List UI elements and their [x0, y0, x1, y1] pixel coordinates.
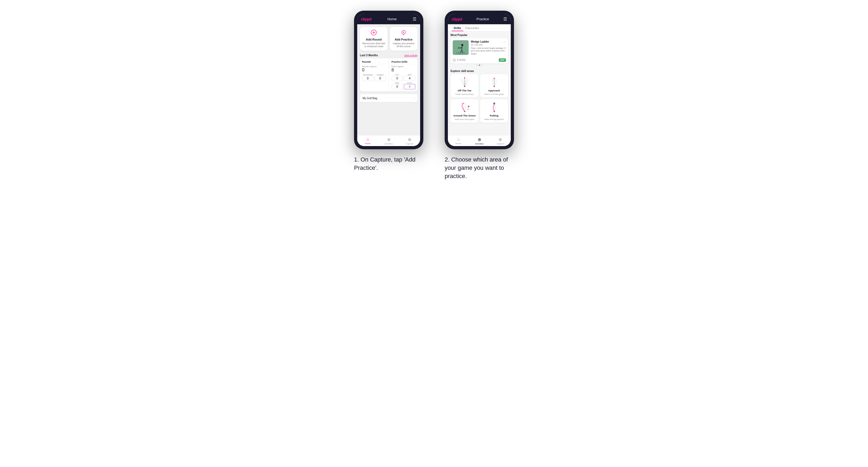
hamburger-icon-1[interactable]: ☰ [413, 17, 416, 22]
clippd-logo-2: clippd [452, 17, 462, 21]
putting-subtitle: Make and lag practice [485, 118, 504, 121]
capture-icon: ⊕ [408, 137, 411, 142]
app-value: 4 [404, 76, 415, 81]
phone2-section: clippd Practice ☰ Drills Favourites Most… [445, 11, 514, 180]
add-round-card[interactable]: Add Round Record your shots fast or enha… [360, 27, 388, 51]
drills-sub-grid: OTT 0 APP 4 ARG [392, 74, 415, 89]
ott-label: OTT [392, 74, 403, 76]
rounds-capture-value: 0 [362, 68, 386, 72]
skill-card-ott[interactable]: Off The Tee Power and accuracy [451, 74, 478, 98]
tournament-label: Tournament [362, 74, 373, 76]
app-item: APP 4 [404, 74, 415, 81]
nav-home-2[interactable]: ⌂ Home [448, 137, 469, 145]
shots-count: 9 shots [457, 58, 465, 61]
capture-icon-2: ⊕ [498, 137, 502, 142]
drills-capture-value: 8 [392, 68, 415, 72]
phone1-header: clippd Home ☰ [357, 14, 420, 24]
featured-drill-yards: 50–100 yds [471, 43, 489, 46]
ott-diagram [459, 76, 470, 88]
page-wrapper: clippd Home ☰ [354, 11, 514, 180]
arg-item: ARG 0 [392, 82, 403, 89]
home-title: Home [388, 17, 397, 21]
tab-favourites[interactable]: Favourites [463, 24, 481, 31]
app-badge: APP [499, 58, 506, 62]
phone1-section: clippd Home ☰ [354, 11, 423, 172]
nav-activities-1[interactable]: ⊕ Activities [378, 137, 399, 145]
add-practice-icon [401, 30, 407, 37]
hamburger-icon-2[interactable]: ☰ [503, 17, 507, 22]
svg-point-8 [461, 44, 463, 46]
practice-item: Practice 0 [375, 74, 386, 81]
putt-item: PUTT 4 [404, 82, 415, 89]
home-nav-label: Home [365, 142, 371, 145]
home-nav-label-2: Home [456, 142, 461, 145]
tab-drills[interactable]: Drills [452, 24, 463, 31]
cards-row: Add Round Record your shots fast or enha… [357, 24, 420, 52]
skill-card-atg[interactable]: Around The Green Hone your short game [451, 99, 478, 123]
featured-card-footer: 9 shots APP [451, 57, 508, 63]
nav-capture-2[interactable]: ⊕ Capture [490, 137, 511, 145]
atg-diagram [459, 101, 470, 113]
phone1-screen: clippd Home ☰ [357, 14, 420, 146]
clippd-logo-1: clippd [361, 17, 371, 21]
activities-nav-label-2: Activities [475, 143, 484, 145]
activities-icon-2: ⊕ [478, 137, 481, 142]
svg-point-33 [467, 109, 469, 110]
approach-diagram [488, 76, 500, 88]
skill-card-approach[interactable]: Approach Dial-in to hit the green [480, 74, 508, 98]
skill-card-putting[interactable]: Putting Make and lag practice [480, 99, 508, 123]
stats-header: Last 3 Months View Activity [360, 54, 417, 57]
svg-point-4 [403, 32, 404, 33]
svg-point-26 [494, 78, 495, 79]
putt-value: 4 [404, 84, 415, 89]
golf-bag-row[interactable]: My Golf Bag › [360, 94, 417, 102]
view-activity-link[interactable]: View Activity [404, 54, 417, 57]
nav-capture-1[interactable]: ⊕ Capture [399, 137, 420, 145]
svg-line-23 [465, 79, 469, 86]
practice-rounds-value: 0 [375, 76, 386, 81]
atg-title: Around The Green [454, 114, 475, 117]
star-icon[interactable]: ☆ [503, 40, 506, 44]
atg-subtitle: Hone your short game [455, 118, 474, 121]
most-popular-section: Most Popular [448, 31, 511, 69]
practice-title: Practice [476, 17, 489, 21]
tournament-item: Tournament 0 [362, 74, 373, 81]
chevron-right-icon: › [414, 96, 415, 100]
add-round-title: Add Round [366, 38, 381, 41]
caption1-step: 1. [354, 156, 359, 163]
featured-drill-desc: Play 1 shot at each target yardage. If y… [471, 47, 506, 55]
svg-point-29 [463, 103, 464, 104]
nav-activities-2[interactable]: ⊕ Activities [469, 137, 490, 145]
ott-value: 0 [392, 76, 403, 81]
svg-line-19 [460, 79, 465, 86]
add-practice-card[interactable]: Add Practice Capture your practice off-t… [390, 27, 417, 51]
practice-rounds-label: Practice [375, 74, 386, 76]
drills-col: Practice Drills Drills Capture 8 OTT 0 [392, 61, 415, 89]
caption2-text: Choose which area of your game you want … [445, 156, 508, 179]
stats-period: Last 3 Months [360, 54, 378, 57]
capture-nav-label-2: Capture [496, 143, 504, 145]
tab-bar: Drills Favourites [448, 24, 511, 31]
phone2-frame: clippd Practice ☰ Drills Favourites Most… [445, 11, 514, 149]
phone2-bottom-nav: ⌂ Home ⊕ Activities ⊕ Capture [448, 135, 511, 146]
home-icon-2: ⌂ [457, 137, 460, 142]
golf-bag-label: My Golf Bag [363, 97, 377, 100]
rounds-capture-label: Rounds Capture [362, 65, 386, 68]
stats-row: Rounds Rounds Capture 0 Tournament 0 [362, 61, 415, 89]
shots-label: 9 shots [453, 58, 465, 62]
putting-diagram [488, 101, 500, 113]
drills-capture-label: Drills Capture [392, 65, 415, 68]
featured-drill-title: Wedge Ladder [471, 40, 489, 43]
stats-section: Last 3 Months View Activity Rounds Round [357, 52, 420, 93]
nav-home-1[interactable]: ⌂ Home [357, 137, 378, 145]
caption-1: 1. On Capture, tap 'Add Practice'. [354, 156, 423, 172]
explore-title: Explore skill areas [451, 69, 508, 72]
most-popular-title: Most Popular [451, 34, 508, 36]
ott-subtitle: Power and accuracy [456, 93, 474, 95]
featured-card[interactable]: Wedge Ladder 50–100 yds ☆ Play 1 shot at… [451, 38, 508, 63]
phone1-content: Add Round Record your shots fast or enha… [357, 24, 420, 135]
add-practice-subtitle: Capture your practice off-the-course [392, 42, 415, 48]
dot-3 [481, 64, 483, 66]
phone2-header: clippd Practice ☰ [448, 14, 511, 24]
drills-col-title: Practice Drills [392, 61, 415, 64]
